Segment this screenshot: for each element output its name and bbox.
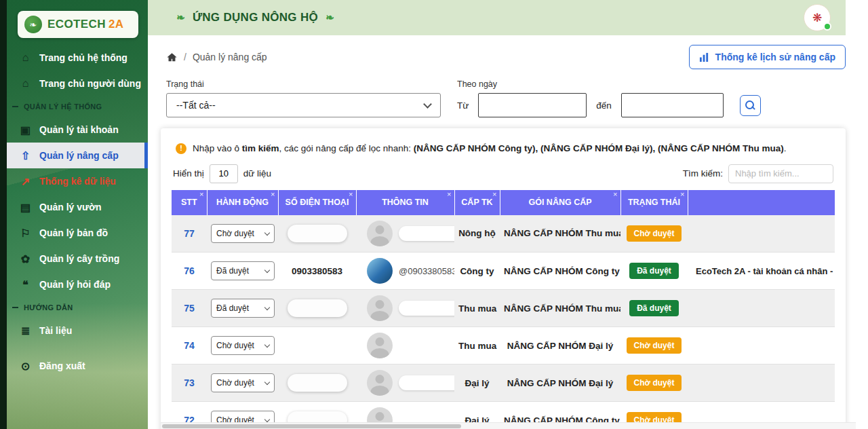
- plant-icon: ✿: [19, 253, 32, 265]
- app-title-text: ỨNG DỤNG NÔNG HỘ: [193, 11, 318, 24]
- user-avatar[interactable]: ❋: [804, 4, 831, 31]
- user-info-cell: [356, 290, 454, 327]
- home-icon[interactable]: [166, 52, 178, 63]
- action-select[interactable]: Đã duyệt: [211, 261, 275, 280]
- column-close-icon[interactable]: ×: [349, 191, 353, 198]
- chevron-down-icon: [264, 267, 270, 273]
- action-select[interactable]: Chờ duyệt: [211, 336, 275, 355]
- date-to-label: đến: [596, 100, 612, 111]
- user-info-cell: [356, 365, 454, 402]
- action-select[interactable]: Đã duyệt: [211, 299, 275, 318]
- date-filter-row: Từ đến: [457, 93, 761, 117]
- qa-icon: ❝: [19, 278, 32, 291]
- column-close-icon[interactable]: ×: [613, 191, 617, 198]
- account-icon: ▣: [19, 124, 32, 136]
- table-search-control: Tìm kiếm:: [683, 164, 833, 183]
- action-cell: Đã duyệt: [207, 253, 278, 290]
- sidebar-item-label: Quản lý tài khoản: [39, 124, 119, 135]
- column-close-icon[interactable]: ×: [492, 191, 496, 198]
- status-badge: Chờ duyệt: [627, 337, 682, 354]
- sidebar-item-upgrades[interactable]: ⇧Quản lý nâng cấp: [7, 143, 148, 168]
- date-filter-label: Theo ngày: [457, 79, 761, 89]
- sidebar-item-system-home[interactable]: ⌂Trang chủ hệ thống: [7, 45, 148, 71]
- sidebar-item-label: Tài liệu: [39, 325, 72, 336]
- sidebar-item-accounts[interactable]: ▣Quản lý tài khoản: [7, 117, 148, 143]
- date-from-input[interactable]: [478, 93, 587, 117]
- action-select-value: Chờ duyệt: [216, 341, 254, 350]
- sidebar-item-documents[interactable]: ≣Tài liệu: [7, 318, 148, 343]
- horizontal-scrollbar[interactable]: [161, 422, 856, 429]
- table-row: 75Đã duyệtThu muaNÂNG CẤP NHÓM Thu muaĐã…: [172, 290, 835, 327]
- search-filter-button[interactable]: [740, 95, 761, 116]
- status-cell: Đã duyệt: [620, 253, 688, 290]
- sidebar-menu: ⌂Trang chủ hệ thống⌂Trang chủ người dùng…: [7, 45, 148, 379]
- row-id-link[interactable]: 74: [184, 340, 195, 351]
- info-icon: !: [176, 143, 186, 154]
- column-close-icon[interactable]: ×: [271, 191, 275, 198]
- user-info: [360, 333, 450, 358]
- page-size-input[interactable]: [210, 164, 238, 183]
- table-search-input[interactable]: [728, 164, 833, 183]
- date-to-input[interactable]: [621, 93, 724, 117]
- chevron-down-icon: [423, 100, 432, 109]
- quick-filter-hint: ! Nhập vào ô tìm kiếm, các gói nâng cấp …: [172, 138, 835, 155]
- upgrade-history-stats-button[interactable]: Thống kê lịch sử nâng cấp: [689, 45, 846, 69]
- scrollbar-thumb[interactable]: [162, 424, 461, 428]
- date-from-label: Từ: [457, 100, 469, 111]
- chevron-down-icon: [264, 305, 270, 310]
- column-close-icon[interactable]: ×: [199, 191, 203, 198]
- column-title: GÓI NÂNG CẤP: [528, 198, 591, 207]
- user-info: @0903380583: [360, 258, 450, 284]
- row-id-link[interactable]: 75: [184, 303, 195, 314]
- sidebar-item-logout[interactable]: ⊙Đăng xuất: [7, 353, 148, 379]
- top-header-band: ❧ ỨNG DỤNG NÔNG HỘ ❧ ❋: [148, 0, 846, 35]
- upgrade-package-cell: NÂNG CẤP NHÓM Thu mua: [500, 290, 620, 327]
- action-select[interactable]: Chờ duyệt: [211, 373, 275, 392]
- col-header-trạng-thái[interactable]: TRẠNG THÁI×: [620, 190, 688, 215]
- action-cell: Chờ duyệt: [207, 365, 278, 402]
- quick-filter-hint-text: Nhập vào ô tìm kiếm, các gói nâng cấp để…: [193, 142, 787, 155]
- sidebar-item-qa[interactable]: ❝Quản lý hỏi đáp: [7, 272, 148, 297]
- sidebar-item-gardens[interactable]: ▤Quản lý vườn: [7, 194, 148, 220]
- col-header-gói-nâng-cấp[interactable]: GÓI NÂNG CẤP×: [500, 190, 620, 215]
- sidebar-item-crops[interactable]: ✿Quản lý cây trồng: [7, 246, 148, 272]
- action-select-value: Đã duyệt: [216, 266, 249, 276]
- sidebar-item-user-home[interactable]: ⌂Trang chủ người dùng: [7, 71, 148, 96]
- col-header-hành-động[interactable]: HÀNH ĐỘNG×: [207, 190, 278, 215]
- bar-chart-icon: [699, 52, 709, 62]
- action-select[interactable]: Chờ duyệt: [211, 224, 275, 243]
- breadcrumb-row: / Quản lý nâng cấp Thống kê lịch sử nâng…: [166, 45, 846, 69]
- user-info: [360, 221, 450, 246]
- sidebar-item-maps[interactable]: ⚐Quản lý bản đồ: [7, 220, 148, 246]
- sidebar-item-label: Quản lý cây trồng: [39, 253, 119, 264]
- avatar-logo-icon: ❋: [812, 12, 822, 24]
- sidebar-item-label: Thống kê dữ liệu: [39, 176, 116, 187]
- sidebar-item-label: Trang chủ người dùng: [39, 78, 141, 89]
- col-header-cấp-tk[interactable]: CẤP TK×: [454, 190, 500, 215]
- column-close-icon[interactable]: ×: [447, 191, 451, 198]
- column-close-icon[interactable]: ×: [680, 191, 684, 198]
- account-level-cell: Nông hộ: [454, 215, 500, 253]
- row-id-link[interactable]: 73: [184, 377, 195, 388]
- col-header-số-điện-thoại[interactable]: SỐ ĐIỆN THOẠI×: [278, 190, 356, 215]
- sidebar-item-label: Trang chủ hệ thống: [39, 52, 127, 63]
- power-icon: ⊙: [19, 360, 32, 373]
- status-filter-select[interactable]: --Tất cả--: [166, 93, 441, 117]
- row-id-link[interactable]: 77: [184, 228, 195, 239]
- phone-cell: [278, 327, 356, 365]
- sidebar-item-label: Quản lý vườn: [39, 202, 102, 212]
- user-avatar-placeholder: [367, 221, 393, 246]
- sidebar-section-10: HƯỚNG DẪN: [7, 297, 148, 318]
- row-id-link[interactable]: 76: [184, 265, 195, 276]
- col-header-stt[interactable]: STT×: [172, 190, 207, 215]
- user-info: [360, 370, 450, 396]
- app-logo-text: ECOTECH2A: [47, 18, 123, 31]
- action-select-value: Đã duyệt: [216, 303, 249, 313]
- sidebar-item-statistics[interactable]: ↗Thống kê dữ liệu: [7, 168, 148, 194]
- user-info-cell: [356, 215, 454, 253]
- app-logo[interactable]: ❧ ECOTECH2A: [18, 11, 138, 38]
- table-row: 77Chờ duyệtNông hộNÂNG CẤP NHÓM Thu muaC…: [172, 215, 835, 253]
- col-header-extra[interactable]: ×: [688, 190, 835, 215]
- col-header-thông-tin[interactable]: THÔNG TIN×: [356, 190, 454, 215]
- column-title: THÔNG TIN: [382, 198, 429, 207]
